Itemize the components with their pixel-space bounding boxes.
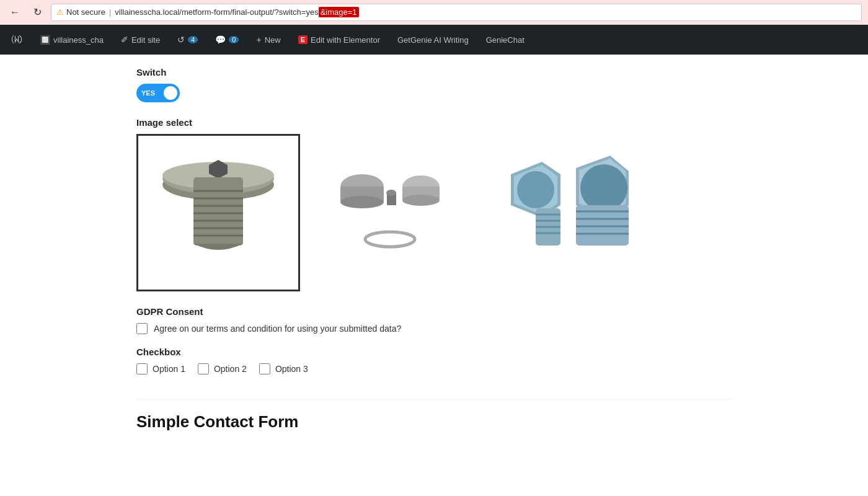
warning-icon: ⚠ [56, 7, 64, 17]
image-option-2[interactable] [312, 134, 467, 283]
image-3-placeholder [480, 134, 635, 283]
not-secure-text: Not secure [66, 7, 105, 17]
gdpr-checkbox-label: Agree on our terms and condition for usi… [154, 324, 401, 334]
gdpr-checkbox[interactable] [136, 323, 148, 334]
checkbox-label: Checkbox [136, 347, 732, 357]
option-2-checkbox[interactable] [198, 363, 209, 374]
geniechat-label: GenieChat [486, 35, 525, 45]
url-highlighted-param: &image=1 [319, 7, 359, 17]
image-grid [136, 134, 732, 291]
hydraulic-fittings-svg [480, 137, 635, 280]
contact-form-title: Simple Contact Form [136, 412, 732, 432]
image-option-3[interactable] [480, 134, 635, 283]
updates-icon: ↺ [177, 35, 185, 45]
svg-point-23 [517, 171, 554, 208]
new-label: New [265, 35, 281, 45]
wp-logo-item[interactable]: 🄦 [7, 31, 26, 49]
wp-logo-icon: 🄦 [11, 33, 22, 46]
separator: | [109, 7, 111, 17]
option-2-label: Option 2 [214, 364, 247, 374]
site-icon: 🔲 [40, 35, 50, 45]
toggle-container: YES [136, 84, 732, 102]
updates-badge: 4 [188, 36, 198, 43]
edit-icon: ✐ [121, 35, 128, 45]
bolt-plug-svg [147, 141, 290, 284]
comments-item[interactable]: 💬 0 [211, 32, 242, 47]
checkbox-option-1: Option 1 [136, 363, 185, 374]
image-2-placeholder [312, 134, 467, 283]
svg-point-16 [386, 190, 396, 196]
checkbox-option-2: Option 2 [198, 363, 247, 374]
toggle-knob [164, 86, 177, 100]
elementor-icon: E [298, 35, 308, 44]
option-1-label: Option 1 [153, 364, 185, 374]
image-select-label: Image select [136, 117, 732, 128]
updates-item[interactable]: ↺ 4 [174, 32, 202, 47]
toggle-yes-label: YES [141, 89, 155, 97]
svg-point-17 [365, 232, 415, 247]
option-3-label: Option 3 [275, 364, 308, 374]
image-1-placeholder [141, 138, 296, 287]
url-base-text: villainesscha.local/metform-form/final-o… [115, 7, 318, 17]
switch-label: Switch [136, 67, 732, 78]
edit-site-label: Edit site [131, 35, 160, 45]
getgenie-label: GetGenie AI Writing [397, 35, 469, 45]
gdpr-section: GDPR Consent Agree on our terms and cond… [136, 306, 732, 334]
geniechat-item[interactable]: GenieChat [482, 33, 528, 47]
image-option-1[interactable] [136, 134, 300, 291]
option-1-checkbox[interactable] [136, 363, 148, 374]
gdpr-label: GDPR Consent [136, 306, 732, 317]
edit-site-item[interactable]: ✐ Edit site [117, 32, 164, 47]
elementor-item[interactable]: E Edit with Elementor [294, 33, 384, 47]
checkbox-options: Option 1 Option 2 Option 3 [136, 363, 732, 374]
contact-form-section: Simple Contact Form [136, 399, 732, 432]
getgenie-item[interactable]: GetGenie AI Writing [394, 33, 472, 47]
comments-badge: 0 [229, 36, 239, 43]
gdpr-checkbox-row: Agree on our terms and condition for usi… [136, 323, 732, 334]
image-select-section: Image select [136, 117, 732, 291]
option-3-checkbox[interactable] [259, 363, 270, 374]
address-bar: ← ↻ ⚠ Not secure | villainesscha.local/m… [0, 0, 868, 25]
checkbox-section: Checkbox Option 1 Option 2 Option 3 [136, 347, 732, 374]
svg-point-14 [340, 196, 384, 208]
back-button[interactable]: ← [6, 4, 24, 21]
comments-icon: 💬 [215, 35, 226, 45]
elementor-label: Edit with Elementor [311, 35, 380, 45]
main-content: Switch YES Image select [0, 55, 868, 444]
svg-point-20 [402, 195, 440, 206]
fitting-parts-svg [319, 137, 461, 280]
refresh-button[interactable]: ↻ [29, 4, 46, 21]
admin-bar: 🄦 🔲 villainess_cha ✐ Edit site ↺ 4 💬 0 +… [0, 25, 868, 55]
new-item[interactable]: + New [252, 32, 284, 47]
site-name-item[interactable]: 🔲 villainess_cha [36, 32, 107, 47]
url-bar[interactable]: ⚠ Not secure | villainesscha.local/metfo… [51, 4, 862, 21]
site-name-label: villainess_cha [53, 35, 104, 45]
svg-point-31 [580, 164, 627, 211]
checkbox-option-3: Option 3 [259, 363, 308, 374]
switch-toggle[interactable]: YES [136, 84, 180, 102]
new-icon: + [256, 35, 261, 45]
